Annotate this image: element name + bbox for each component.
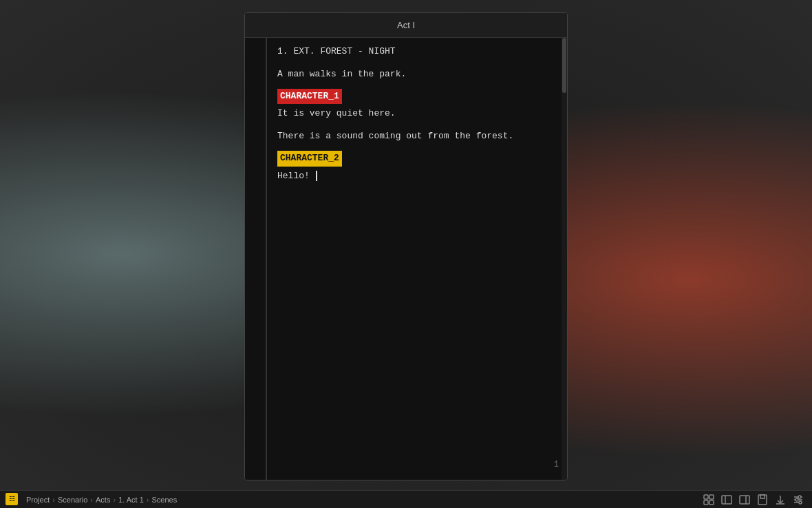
- breadcrumb-sep-1: ›: [52, 496, 55, 504]
- save-button[interactable]: [756, 493, 769, 507]
- svg-point-17: [799, 501, 802, 504]
- app-icon: ☷: [6, 493, 18, 505]
- svg-rect-8: [758, 495, 767, 505]
- breadcrumb-project: Project: [26, 496, 50, 504]
- svg-rect-1: [709, 495, 714, 499]
- svg-point-16: [795, 498, 798, 501]
- app-icon-symbol: ☷: [9, 495, 15, 503]
- character-1-name: CHARACTER_1: [277, 89, 342, 105]
- breadcrumb-sep-4: ›: [147, 496, 149, 504]
- svg-rect-9: [760, 495, 765, 498]
- svg-rect-0: [704, 495, 708, 499]
- line-numbers-gutter: [245, 38, 267, 480]
- editor-body: 1. EXT. FOREST - NIGHT A man walks in th…: [245, 38, 567, 480]
- breadcrumb-act1: 1. Act 1: [118, 496, 144, 504]
- character-2-block: CHARACTER_2: [277, 151, 557, 168]
- svg-point-15: [798, 496, 801, 498]
- svg-rect-4: [722, 496, 731, 504]
- scrollbar-thumb[interactable]: [562, 38, 566, 93]
- action-line-2: There is a sound coming out from the for…: [277, 129, 557, 144]
- status-bar: ☷ Project › Scenario › Acts › 1. Act 1 ›…: [0, 490, 812, 508]
- editor-window: Act I 1. EXT. FOREST - NIGHT A man walks…: [244, 12, 568, 480]
- breadcrumb: Project › Scenario › Acts › 1. Act 1 › S…: [26, 496, 177, 504]
- character-2-dialogue-text: Hello!: [277, 171, 310, 181]
- character-2-name: CHARACTER_2: [277, 151, 342, 167]
- panel-right-button[interactable]: [738, 493, 751, 507]
- character-1-block: CHARACTER_1: [277, 89, 557, 106]
- page-number: 1: [554, 458, 559, 472]
- character-2-dialogue: Hello!: [277, 169, 557, 184]
- breadcrumb-sep-2: ›: [90, 496, 93, 504]
- svg-rect-3: [709, 500, 714, 505]
- breadcrumb-sep-3: ›: [113, 496, 116, 504]
- toolbar-icons: [702, 493, 805, 507]
- title-bar: Act I: [245, 13, 567, 38]
- cursor: [310, 171, 317, 181]
- export-button[interactable]: [773, 493, 787, 507]
- panel-left-button[interactable]: [720, 493, 734, 507]
- window-title: Act I: [397, 20, 415, 30]
- svg-rect-2: [704, 500, 708, 505]
- svg-rect-6: [740, 496, 749, 504]
- editor-content[interactable]: 1. EXT. FOREST - NIGHT A man walks in th…: [267, 38, 567, 480]
- settings-sliders-button[interactable]: [791, 493, 805, 507]
- breadcrumb-scenario: Scenario: [58, 496, 87, 504]
- scrollbar-track[interactable]: [562, 38, 567, 480]
- grid-view-button[interactable]: [702, 493, 716, 507]
- breadcrumb-acts: Acts: [96, 496, 110, 504]
- scene-heading: 1. EXT. FOREST - NIGHT: [277, 45, 557, 59]
- character-1-dialogue: It is very quiet here.: [277, 107, 557, 121]
- action-line-1: A man walks in the park.: [277, 67, 557, 82]
- breadcrumb-scenes: Scenes: [151, 496, 177, 504]
